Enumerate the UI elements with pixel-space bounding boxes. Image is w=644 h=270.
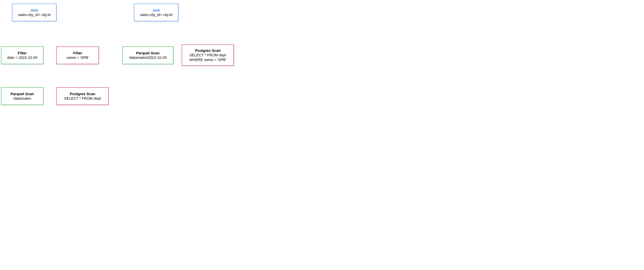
node-detail: SELECT * FROM dept: [182, 53, 234, 57]
left-parquet-scan-node: Parquet Scan /data/sales: [1, 87, 44, 105]
left-filter-parquet-node: Filter date = 2022-10-29: [1, 46, 44, 64]
left-filter-postgres-node: Filter name = 'SPB': [56, 46, 99, 64]
node-title: Parquet Scan: [1, 92, 43, 96]
right-join-node: Join sales.city_id= city.id: [134, 4, 178, 21]
left-postgres-scan-node: Postgres Scan SELECT * FROM dept: [56, 87, 108, 105]
node-title: Postgres Scan: [57, 92, 108, 96]
node-detail: name = 'SPB': [57, 55, 98, 60]
node-detail: sales.city_id= city.id: [12, 12, 56, 17]
left-join-node: Join sales.city_id= city.id: [12, 4, 56, 21]
right-parquet-scan-node: Parquet Scan /data/sales/2022-10-29: [122, 46, 173, 64]
node-detail: SELECT * FROM dept: [57, 96, 108, 101]
right-postgres-scan-node: Postgres Scan SELECT * FROM dept WHERE n…: [182, 44, 234, 66]
node-title: Join: [134, 8, 178, 13]
node-title: Filter: [57, 51, 98, 55]
query-plan-diagram: Join sales.city_id= city.id Filter date …: [0, 0, 258, 108]
node-title: Join: [12, 8, 56, 13]
node-detail: /data/sales: [1, 96, 43, 101]
node-title: Postgres Scan: [182, 48, 234, 53]
node-detail: date = 2022-10-29: [1, 55, 43, 60]
node-detail: sales.city_id= city.id: [134, 12, 178, 17]
node-detail: /data/sales/2022-10-29: [122, 55, 173, 60]
node-detail: WHERE name = 'SPB': [182, 57, 234, 62]
node-title: Filter: [1, 51, 43, 55]
node-title: Parquet Scan: [122, 51, 173, 55]
